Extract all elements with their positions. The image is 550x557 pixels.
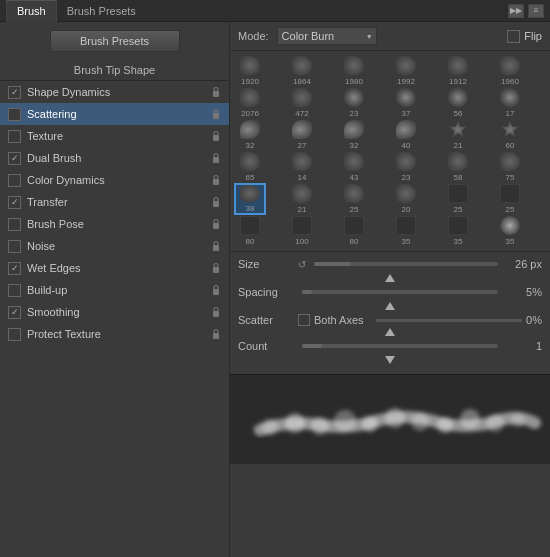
brush-cell-2[interactable]: 1980	[338, 55, 370, 87]
brush-cell-11[interactable]: 17	[494, 87, 526, 119]
brush-shape-25	[292, 184, 312, 203]
brush-shape-26	[344, 184, 364, 203]
expand-icon[interactable]: ▶▶	[508, 4, 524, 18]
brush-num-20: 43	[350, 173, 359, 182]
option-item-texture[interactable]: Texture	[0, 125, 229, 147]
count-row: Count 1	[238, 340, 542, 352]
count-slider[interactable]	[302, 344, 498, 348]
brush-cell-26[interactable]: 25	[338, 183, 370, 215]
brush-cell-27[interactable]: 20	[390, 183, 422, 215]
brush-cell-17[interactable]: 60	[494, 119, 526, 151]
checkbox-transfer[interactable]	[8, 196, 21, 209]
checkbox-dual-brush[interactable]	[8, 152, 21, 165]
option-label-smoothing: Smoothing	[27, 306, 80, 318]
option-item-noise[interactable]: Noise	[0, 235, 229, 257]
brush-shape-21	[396, 152, 416, 171]
brush-cell-28[interactable]: 25	[442, 183, 474, 215]
checkbox-noise[interactable]	[8, 240, 21, 253]
brush-cell-21[interactable]: 23	[390, 151, 422, 183]
brush-cell-13[interactable]: 27	[286, 119, 318, 151]
brush-cell-29[interactable]: 25	[494, 183, 526, 215]
brush-cell-3[interactable]: 1992	[390, 55, 422, 87]
mode-label: Mode:	[238, 30, 269, 42]
brush-cell-23[interactable]: 75	[494, 151, 526, 183]
brush-cell-9[interactable]: 37	[390, 87, 422, 119]
brush-cell-10[interactable]: 56	[442, 87, 474, 119]
brush-num-25: 21	[298, 205, 307, 214]
brush-cell-12[interactable]: 32	[234, 119, 266, 151]
brush-cell-24[interactable]: 38	[234, 183, 266, 215]
checkbox-scattering[interactable]	[8, 108, 21, 121]
brush-shape-24	[240, 185, 260, 202]
checkbox-protect-texture[interactable]	[8, 328, 21, 341]
option-item-build-up[interactable]: Build-up	[0, 279, 229, 301]
brush-num-6: 2076	[241, 109, 259, 118]
brush-shape-0	[240, 56, 260, 75]
size-slider-thumb[interactable]	[385, 274, 395, 282]
lock-icon-build-up	[211, 284, 221, 296]
spacing-slider[interactable]	[302, 290, 498, 294]
brush-cell-6[interactable]: 2076	[234, 87, 266, 119]
brush-cell-34[interactable]: 35	[442, 215, 474, 247]
checkbox-shape-dynamics[interactable]	[8, 86, 21, 99]
brush-cell-33[interactable]: 35	[390, 215, 422, 247]
brush-cell-4[interactable]: 1912	[442, 55, 474, 87]
brush-shape-11	[498, 86, 522, 110]
option-item-color-dynamics[interactable]: Color Dynamics	[0, 169, 229, 191]
brush-cell-5[interactable]: 1960	[494, 55, 526, 87]
checkbox-texture[interactable]	[8, 130, 21, 143]
tab-brush-presets[interactable]: Brush Presets	[57, 0, 146, 22]
brush-presets-button[interactable]: Brush Presets	[50, 30, 180, 52]
menu-icon[interactable]: ≡	[528, 4, 544, 18]
option-item-transfer[interactable]: Transfer	[0, 191, 229, 213]
brush-cell-8[interactable]: 23	[338, 87, 370, 119]
brush-cell-30[interactable]: 80	[234, 215, 266, 247]
brush-tip-shape-header: Brush Tip Shape	[0, 60, 229, 81]
spacing-label: Spacing	[238, 286, 298, 298]
checkbox-brush-pose[interactable]	[8, 218, 21, 231]
brush-cell-20[interactable]: 43	[338, 151, 370, 183]
brush-shape-18	[240, 152, 260, 171]
brush-num-17: 60	[506, 141, 515, 150]
svg-rect-3	[213, 157, 219, 163]
brush-cell-22[interactable]: 58	[442, 151, 474, 183]
mode-select[interactable]: Color Burn	[277, 27, 377, 45]
scatter-slider-thumb[interactable]	[385, 328, 395, 336]
checkbox-smoothing[interactable]	[8, 306, 21, 319]
brush-cell-31[interactable]: 100	[286, 215, 318, 247]
brush-cell-16[interactable]: 21	[442, 119, 474, 151]
spacing-slider-thumb[interactable]	[385, 302, 395, 310]
brush-num-2: 1980	[345, 77, 363, 86]
brush-cell-0[interactable]: 1920	[234, 55, 266, 87]
size-reset-icon[interactable]: ↺	[298, 259, 306, 270]
option-item-scattering[interactable]: Scattering	[0, 103, 229, 125]
flip-checkbox[interactable]	[507, 30, 520, 43]
option-item-smoothing[interactable]: Smoothing	[0, 301, 229, 323]
brush-cell-7[interactable]: 472	[286, 87, 318, 119]
checkbox-wet-edges[interactable]	[8, 262, 21, 275]
count-slider-thumb[interactable]	[385, 356, 395, 364]
svg-point-13	[285, 413, 305, 433]
option-item-dual-brush[interactable]: Dual Brush	[0, 147, 229, 169]
option-item-shape-dynamics[interactable]: Shape Dynamics	[0, 81, 229, 103]
option-item-wet-edges[interactable]: Wet Edges	[0, 257, 229, 279]
brush-cell-35[interactable]: 35	[494, 215, 526, 247]
brush-cell-14[interactable]: 32	[338, 119, 370, 151]
brush-cell-18[interactable]: 65	[234, 151, 266, 183]
brush-cell-25[interactable]: 21	[286, 183, 318, 215]
checkbox-build-up[interactable]	[8, 284, 21, 297]
option-item-brush-pose[interactable]: Brush Pose	[0, 213, 229, 235]
both-axes-checkbox[interactable]	[298, 314, 310, 326]
option-label-shape-dynamics: Shape Dynamics	[27, 86, 110, 98]
scatter-slider[interactable]	[376, 319, 523, 322]
brush-cell-32[interactable]: 80	[338, 215, 370, 247]
brush-cell-15[interactable]: 40	[390, 119, 422, 151]
size-slider[interactable]	[314, 262, 498, 266]
scatter-label: Scatter	[238, 314, 298, 326]
brush-cell-19[interactable]: 14	[286, 151, 318, 183]
tab-brush[interactable]: Brush	[6, 0, 57, 22]
brush-cell-1[interactable]: 1864	[286, 55, 318, 87]
option-item-protect-texture[interactable]: Protect Texture	[0, 323, 229, 345]
lock-icon-texture	[211, 130, 221, 142]
checkbox-color-dynamics[interactable]	[8, 174, 21, 187]
